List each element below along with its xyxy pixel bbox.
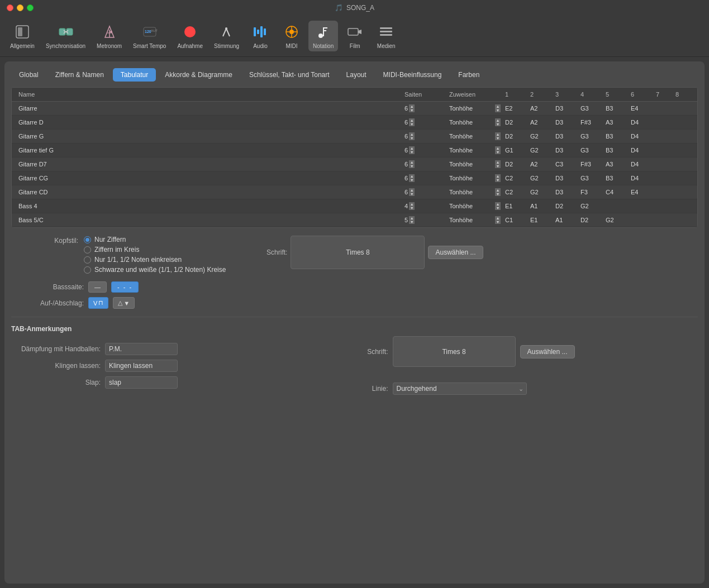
klingen-input[interactable] (105, 360, 178, 372)
close-button[interactable] (7, 4, 13, 11)
zuweisen-up[interactable]: ▲ (495, 174, 501, 178)
radio-schwarze[interactable] (84, 266, 91, 274)
zuweisen-down[interactable]: ▼ (495, 164, 501, 168)
saiten-up[interactable]: ▲ (409, 202, 415, 206)
kopfstil-nur-halb[interactable]: Nur 1/1, 1/2 Noten einkreisen (84, 256, 226, 264)
saiten-up[interactable]: ▲ (409, 132, 415, 136)
zuweisen-down[interactable]: ▼ (495, 150, 501, 154)
saiten-down[interactable]: ▼ (409, 122, 415, 126)
toolbar-audio[interactable]: Audio (246, 21, 275, 51)
saiten-up[interactable]: ▲ (409, 104, 415, 108)
zuweisen-down[interactable]: ▼ (495, 136, 501, 140)
tab-farben[interactable]: Farben (450, 68, 487, 82)
aufab-btn2[interactable]: △ ▼ (113, 297, 135, 309)
saiten-down[interactable]: ▼ (409, 150, 415, 154)
saiten-stepper[interactable]: ▲ ▼ (409, 174, 415, 182)
linie-select[interactable]: Durchgehend Gestrichelt Gepunktet (393, 383, 527, 395)
saiten-down[interactable]: ▼ (409, 136, 415, 140)
tab-akkorde[interactable]: Akkorde & Diagramme (157, 68, 240, 82)
cell-n8 (673, 162, 693, 166)
radio-ziffern-kreis[interactable] (84, 246, 91, 254)
saiten-stepper[interactable]: ▲ ▼ (409, 104, 415, 112)
saiten-stepper[interactable]: ▲ ▼ (409, 132, 415, 140)
tab-layout[interactable]: Layout (339, 68, 374, 82)
zuweisen-stepper[interactable]: ▲ ▼ (495, 216, 501, 224)
saiten-down[interactable]: ▼ (409, 108, 415, 112)
saiten-up[interactable]: ▲ (409, 160, 415, 164)
auswahlen-btn-bottom[interactable]: Auswählen ... (520, 345, 575, 358)
zuweisen-down[interactable]: ▼ (495, 220, 501, 224)
toolbar-notation[interactable]: Notation (308, 21, 338, 51)
saiten-down[interactable]: ▼ (409, 164, 415, 168)
saiten-up[interactable]: ▲ (409, 188, 415, 192)
kopfstil-schwarze[interactable]: Schwarze und weiße (1/1, 1/2 Noten) Krei… (84, 266, 226, 274)
zuweisen-up[interactable]: ▲ (495, 160, 501, 164)
zuweisen-down[interactable]: ▼ (495, 108, 501, 112)
basssaite-line-btn[interactable]: — (88, 281, 107, 293)
toolbar-aufnahme[interactable]: Aufnahme (173, 21, 207, 51)
zuweisen-stepper[interactable]: ▲ ▼ (495, 160, 501, 168)
toolbar-metronom[interactable]: Metronom (92, 21, 126, 51)
saiten-up[interactable]: ▲ (409, 118, 415, 122)
basssaite-dashes-btn[interactable]: - - - (111, 281, 139, 293)
zuweisen-stepper[interactable]: ▲ ▼ (495, 132, 501, 140)
radio-nur-ziffern[interactable] (84, 236, 91, 243)
auswahlen-btn-top[interactable]: Auswählen ... (428, 246, 483, 259)
toolbar-midi[interactable]: MIDI (277, 21, 306, 51)
zuweisen-down[interactable]: ▼ (495, 178, 501, 182)
tab-ziffern[interactable]: Ziffern & Namen (47, 68, 112, 82)
toolbar-synchronisation[interactable]: Synchronisation (41, 21, 90, 51)
cell-n6: D4 (629, 145, 654, 155)
kopfstil-nur-ziffern[interactable]: Nur Ziffern (84, 236, 226, 243)
toolbar-allgemein[interactable]: Allgemein (6, 21, 39, 51)
saiten-stepper[interactable]: ▲ ▼ (409, 202, 415, 210)
sync-icon (57, 23, 75, 41)
zuweisen-up[interactable]: ▲ (495, 104, 501, 108)
saiten-down[interactable]: ▼ (409, 220, 415, 224)
svg-rect-33 (380, 34, 392, 36)
saiten-down[interactable]: ▼ (409, 206, 415, 210)
zuweisen-stepper[interactable]: ▲ ▼ (495, 174, 501, 182)
slap-input[interactable] (105, 376, 178, 389)
saiten-stepper[interactable]: ▲ ▼ (409, 118, 415, 126)
tab-midi-beein[interactable]: MIDI-Beeinflussung (375, 68, 450, 82)
zuweisen-up[interactable]: ▲ (495, 146, 501, 150)
saiten-up[interactable]: ▲ (409, 216, 415, 220)
toolbar-film[interactable]: Film (340, 21, 369, 51)
radio-nur-halb[interactable] (84, 256, 91, 264)
saiten-down[interactable]: ▼ (409, 192, 415, 196)
zuweisen-up[interactable]: ▲ (495, 132, 501, 136)
saiten-stepper[interactable]: ▲ ▼ (409, 216, 415, 224)
toolbar-medien[interactable]: Medien (372, 21, 401, 51)
dampfung-input[interactable] (105, 343, 178, 355)
zuweisen-up[interactable]: ▲ (495, 188, 501, 192)
cell-saiten: 6 ▲ ▼ (402, 187, 447, 198)
tab-global[interactable]: Global (11, 68, 46, 82)
zuweisen-down[interactable]: ▼ (495, 192, 501, 196)
minimize-button[interactable] (17, 4, 23, 11)
saiten-stepper[interactable]: ▲ ▼ (409, 160, 415, 168)
toolbar-stimmung[interactable]: Stimmung (210, 21, 244, 51)
zuweisen-stepper[interactable]: ▲ ▼ (495, 202, 501, 210)
zuweisen-up[interactable]: ▲ (495, 118, 501, 122)
zuweisen-stepper[interactable]: ▲ ▼ (495, 146, 501, 154)
zuweisen-up[interactable]: ▲ (495, 216, 501, 220)
saiten-stepper[interactable]: ▲ ▼ (409, 188, 415, 196)
zuweisen-stepper[interactable]: ▲ ▼ (495, 104, 501, 112)
maximize-button[interactable] (27, 4, 34, 11)
aufab-btn1[interactable]: V ⊓ (88, 297, 108, 309)
zuweisen-down[interactable]: ▼ (495, 122, 501, 126)
saiten-up[interactable]: ▲ (409, 174, 415, 178)
saiten-up[interactable]: ▲ (409, 146, 415, 150)
zuweisen-stepper[interactable]: ▲ ▼ (495, 118, 501, 126)
tab-tabulatur[interactable]: Tabulatur (113, 68, 156, 82)
kopfstil-ziffern-kreis[interactable]: Ziffern im Kreis (84, 246, 226, 254)
cell-n4: G2 (578, 201, 603, 211)
tab-schluessel[interactable]: Schlüssel, Takt- und Tonart (241, 68, 337, 82)
saiten-down[interactable]: ▼ (409, 178, 415, 182)
zuweisen-up[interactable]: ▲ (495, 202, 501, 206)
zuweisen-stepper[interactable]: ▲ ▼ (495, 188, 501, 196)
saiten-stepper[interactable]: ▲ ▼ (409, 146, 415, 154)
toolbar-smart-tempo[interactable]: 120 AUTO Smart Tempo (129, 21, 170, 51)
zuweisen-down[interactable]: ▼ (495, 206, 501, 210)
